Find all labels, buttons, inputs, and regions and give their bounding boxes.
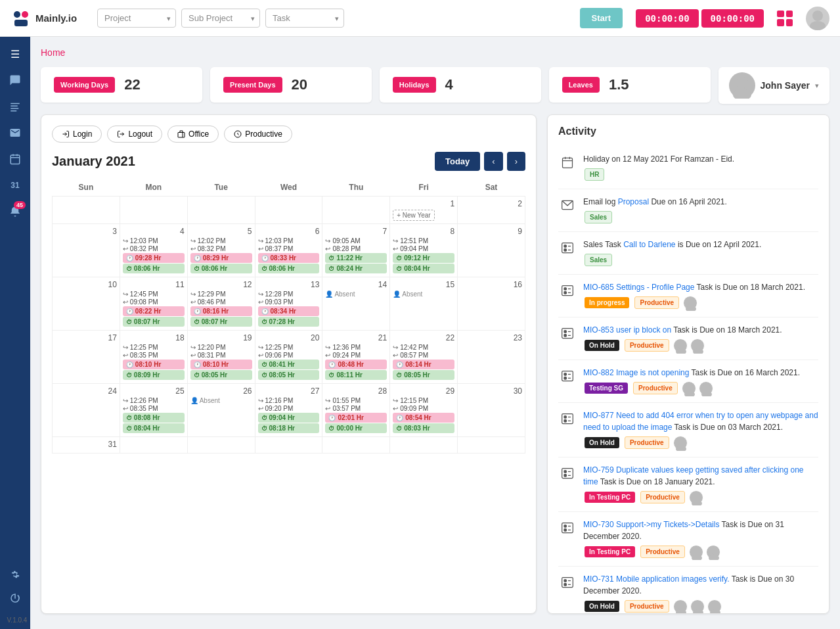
activity-icon-calendar xyxy=(558,153,577,172)
day-number: 16 xyxy=(460,280,522,289)
calendar-cell[interactable]: 23 xyxy=(458,331,525,384)
calendar-cell[interactable]: 31 xyxy=(53,437,120,454)
svg-rect-28 xyxy=(564,288,566,290)
activity-avatar xyxy=(673,436,688,450)
start-button[interactable]: Start xyxy=(580,8,623,28)
calendar-cell[interactable] xyxy=(53,197,120,224)
calendar-cell[interactable] xyxy=(255,197,322,224)
today-button[interactable]: Today xyxy=(435,152,480,171)
sidebar-icon-mail[interactable] xyxy=(3,121,27,145)
activity-avatar xyxy=(673,599,688,614)
calendar-cell[interactable] xyxy=(390,437,458,454)
sidebar-icon-date[interactable]: 31 xyxy=(3,174,27,197)
calendar-cell[interactable]: 7↪ 09:05 AM↩ 08:28 PM⏱ 11:22 Hr⏱ 08:24 H… xyxy=(322,224,390,277)
sidebar-icon-notification[interactable]: 45 xyxy=(3,200,27,223)
prev-month-button[interactable]: ‹ xyxy=(484,152,502,171)
activity-link[interactable]: MIO-882 Image is not opening xyxy=(583,368,689,377)
notification-badge: 45 xyxy=(14,201,26,209)
activity-tags-row: On HoldProductive xyxy=(583,435,818,450)
calendar-cell[interactable]: 18↪ 12:25 PM↩ 08:35 PM🕐 08:10 Hr⏱ 08:09 … xyxy=(120,331,187,384)
svg-point-84 xyxy=(712,603,718,609)
calendar-cell[interactable]: 16 xyxy=(458,277,525,331)
calendar-cell[interactable] xyxy=(187,437,255,454)
logout-entry: ↩ 09:24 PM xyxy=(325,352,387,359)
calendar-cell[interactable]: 26👤 Absent xyxy=(187,384,255,437)
calendar-cell[interactable]: 13↪ 12:28 PM↩ 09:03 PM🕐 08:34 Hr⏱ 07:28 … xyxy=(255,277,322,331)
filter-btn-productive[interactable]: Productive xyxy=(224,126,292,143)
calendar-cell[interactable]: 28↪ 01:55 PM↩ 03:57 PM🕐 02:01 Hr⏱ 00:00 … xyxy=(322,384,390,437)
calendar-cell[interactable]: 27↪ 12:16 PM↩ 09:20 PM⏱ 09:04 Hr⏱ 08:18 … xyxy=(255,384,322,437)
calendar-cell[interactable]: 24 xyxy=(53,384,120,437)
calendar-cell[interactable]: 5↪ 12:02 PM↩ 08:32 PM🕐 08:29 Hr⏱ 08:06 H… xyxy=(187,224,255,277)
activity-link[interactable]: Call to Darlene xyxy=(623,240,675,249)
calendar-cell[interactable]: 20↪ 12:25 PM↩ 09:06 PM⏱ 08:41 Hr⏱ 08:05 … xyxy=(255,331,322,384)
calendar-cell[interactable]: 25↪ 12:26 PM↩ 08:35 PM⏱ 08:08 Hr⏱ 08:04 … xyxy=(120,384,187,437)
calendar-cell[interactable]: 19↪ 12:20 PM↩ 08:31 PM🕐 08:10 Hr⏱ 08:05 … xyxy=(187,331,255,384)
activity-link[interactable]: MIO-685 Settings - Profile Page xyxy=(583,283,694,292)
next-month-button[interactable]: › xyxy=(507,152,525,171)
calendar-cell[interactable] xyxy=(120,437,187,454)
activity-icon-task xyxy=(558,367,577,385)
calendar-cell[interactable]: 6↪ 12:03 PM↩ 08:37 PM🕐 08:33 Hr⏱ 08:06 H… xyxy=(255,224,322,277)
svg-point-4 xyxy=(810,21,826,30)
filter-btn-logout[interactable]: Logout xyxy=(107,126,162,143)
calendar-cell[interactable]: 4↪ 12:03 PM↩ 08:32 PM🕐 09:28 Hr⏱ 08:06 H… xyxy=(120,224,187,277)
project-select[interactable]: Project xyxy=(97,9,176,28)
user-dropdown-arrow: ▾ xyxy=(815,82,819,90)
calendar-cell[interactable]: 3 xyxy=(53,224,120,277)
activity-tag: Testing SG xyxy=(585,383,628,394)
activity-text2: is Due on 12 April 2021. xyxy=(678,240,761,249)
activity-icon-task xyxy=(558,239,577,257)
sidebar-icon-calendar[interactable] xyxy=(3,147,27,171)
grid-icon[interactable] xyxy=(777,11,793,26)
activity-icon-task xyxy=(558,281,577,300)
calendar-cell[interactable]: 21↪ 12:36 PM↩ 09:24 PM🕐 08:48 Hr⏱ 08:11 … xyxy=(322,331,390,384)
calendar-cell[interactable] xyxy=(322,437,390,454)
user-avatar xyxy=(729,72,755,99)
sidebar-icon-menu[interactable]: ☰ xyxy=(3,42,27,66)
new-year-event[interactable]: + New Year xyxy=(393,210,434,221)
logout-entry: ↩ 08:37 PM xyxy=(258,245,320,252)
calendar-cell[interactable]: 14👤 Absent xyxy=(322,277,390,331)
activity-link[interactable]: Proposal xyxy=(618,197,649,206)
activity-item: Email log Proposal Due on 16 April 2021.… xyxy=(558,189,818,232)
calendar-cell[interactable]: 10 xyxy=(53,277,120,331)
calendar-cell[interactable] xyxy=(322,197,390,224)
calendar-cell[interactable] xyxy=(255,437,322,454)
calendar-table: Sun Mon Tue Wed Thu Fri Sat 1+ New Year2… xyxy=(52,179,525,454)
sidebar-icon-power[interactable] xyxy=(3,586,27,610)
calendar-cell[interactable]: 22↪ 12:42 PM↩ 08:57 PM🕐 08:14 Hr⏱ 08:05 … xyxy=(390,331,458,384)
filter-btn-office[interactable]: Office xyxy=(167,126,219,143)
calendar-cell[interactable]: 30 xyxy=(458,384,525,437)
activity-item: MIO-685 Settings - Profile Page Task is … xyxy=(558,275,818,317)
task-select[interactable]: Task xyxy=(265,9,344,28)
calendar-cell[interactable] xyxy=(120,197,187,224)
filter-btn-login[interactable]: Login xyxy=(52,126,102,143)
activity-link[interactable]: MIO-853 user ip block on xyxy=(583,325,671,335)
productive-bar-green: ⏱ 08:08 Hr xyxy=(123,413,185,423)
calendar-cell[interactable]: 9 xyxy=(458,224,525,277)
subproject-select[interactable]: Sub Project xyxy=(181,9,260,28)
calendar-cell[interactable]: 15👤 Absent xyxy=(390,277,458,331)
user-avatar-nav[interactable] xyxy=(806,7,829,30)
login-entry: ↪ 12:15 PM xyxy=(393,397,454,404)
sidebar-icon-chat[interactable] xyxy=(3,68,27,92)
calendar-cell[interactable]: 11↪ 12:45 PM↩ 09:08 PM🕐 08:22 Hr⏱ 08:07 … xyxy=(120,277,187,331)
calendar-cell[interactable]: 12↪ 12:29 PM↩ 08:46 PM🕐 08:16 Hr⏱ 08:07 … xyxy=(187,277,255,331)
sidebar-icon-list[interactable] xyxy=(3,95,27,118)
login-entry: ↪ 12:28 PM xyxy=(258,291,320,298)
activity-tag: Productive xyxy=(634,296,679,309)
sidebar-icon-settings[interactable] xyxy=(3,563,27,586)
calendar-cell[interactable]: 17 xyxy=(53,331,120,384)
day-number: 26 xyxy=(190,386,252,396)
calendar-cell[interactable]: 2 xyxy=(458,197,525,224)
calendar-cell[interactable] xyxy=(187,197,255,224)
calendar-cell[interactable]: 29↪ 12:15 PM↩ 09:09 PM🕐 08:54 Hr⏱ 08:03 … xyxy=(390,384,458,437)
activity-body: MIO-730 Support->my Tickets->Details Tas… xyxy=(583,519,818,559)
activity-link[interactable]: MIO-731 Mobile application images verify… xyxy=(583,574,730,584)
user-profile[interactable]: John Sayer ▾ xyxy=(718,67,829,104)
calendar-cell[interactable]: 1+ New Year xyxy=(390,197,458,224)
calendar-cell[interactable] xyxy=(458,437,525,454)
activity-link[interactable]: MIO-730 Support->my Tickets->Details xyxy=(583,520,719,529)
calendar-cell[interactable]: 8↪ 12:51 PM↩ 09:04 PM⏱ 09:12 Hr⏱ 08:04 H… xyxy=(390,224,458,277)
